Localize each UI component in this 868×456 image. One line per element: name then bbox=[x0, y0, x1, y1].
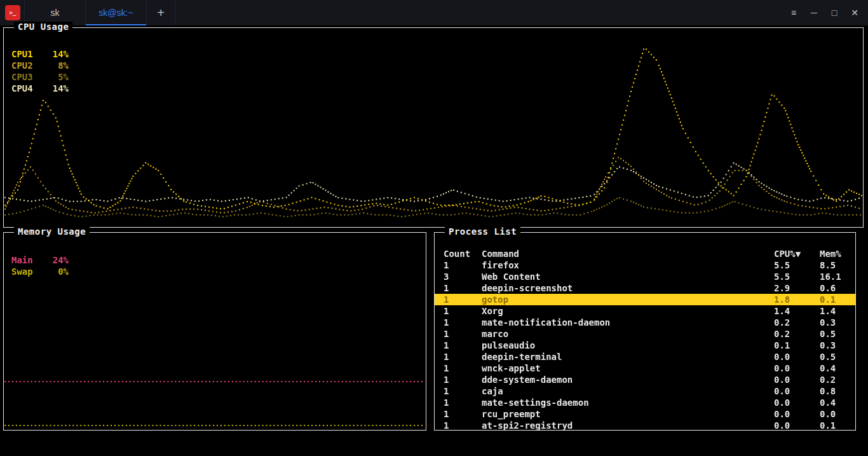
process-row-at-spi2-registryd[interactable]: 1at-spi2-registryd0.00.1 bbox=[435, 420, 855, 430]
minimize-icon[interactable]: ─ bbox=[806, 4, 822, 21]
header-cpu-sorted[interactable]: CPU%▼ bbox=[774, 248, 820, 259]
process-mem: 0.8 bbox=[820, 385, 855, 397]
process-mem: 0.5 bbox=[820, 328, 855, 340]
process-mem: 0.3 bbox=[820, 340, 855, 351]
process-row-deepin-screenshot[interactable]: 1deepin-screenshot2.90.6 bbox=[435, 282, 855, 294]
legend-value: 0% bbox=[44, 266, 69, 277]
process-mem: 0.0 bbox=[820, 408, 855, 420]
menu-icon[interactable]: ≡ bbox=[785, 4, 802, 21]
process-cpu: 5.5 bbox=[774, 271, 820, 282]
process-command: deepin-screenshot bbox=[482, 282, 774, 294]
legend-value: 5% bbox=[44, 71, 69, 83]
process-row-web-content[interactable]: 3Web Content5.516.1 bbox=[435, 271, 855, 282]
legend-value: 8% bbox=[44, 60, 69, 71]
memory-legend: Main24%Swap0% bbox=[11, 254, 69, 277]
process-command: Web Content bbox=[482, 271, 774, 282]
titlebar: >_ sk sk@sk:~ + ≡ ─ □ ✕ bbox=[0, 0, 868, 25]
legend-label: CPU4 bbox=[11, 83, 44, 94]
process-cpu: 0.0 bbox=[774, 385, 820, 397]
process-row-deepin-terminal[interactable]: 1deepin-terminal0.00.5 bbox=[435, 351, 855, 363]
cpu-legend: CPU114%CPU28%CPU35%CPU414% bbox=[11, 48, 69, 94]
process-count: 1 bbox=[444, 408, 482, 420]
legend-label: CPU2 bbox=[11, 60, 44, 71]
process-count: 1 bbox=[444, 282, 482, 294]
header-command[interactable]: Command bbox=[482, 248, 774, 259]
process-row-mate-settings-daemon[interactable]: 1mate-settings-daemon0.00.4 bbox=[435, 397, 855, 408]
process-cpu: 0.0 bbox=[774, 408, 820, 420]
close-icon[interactable]: ✕ bbox=[846, 4, 863, 21]
process-command: Xorg bbox=[482, 305, 774, 317]
process-cpu: 1.4 bbox=[774, 305, 820, 317]
process-count: 1 bbox=[444, 420, 482, 430]
new-tab-button[interactable]: + bbox=[146, 0, 175, 25]
process-row-marco[interactable]: 1marco0.20.5 bbox=[435, 328, 855, 340]
process-count: 1 bbox=[444, 351, 482, 363]
header-count[interactable]: Count bbox=[444, 248, 482, 259]
process-row-caja[interactable]: 1caja0.00.8 bbox=[435, 385, 855, 397]
process-command: mate-settings-daemon bbox=[482, 397, 774, 408]
process-row-xorg[interactable]: 1Xorg1.41.4 bbox=[435, 305, 855, 317]
process-mem: 0.1 bbox=[820, 420, 855, 430]
terminal-prompt-glyph: >_ bbox=[10, 10, 17, 16]
process-cpu: 2.9 bbox=[774, 282, 820, 294]
legend-item-cpu4: CPU414% bbox=[11, 83, 69, 94]
process-mem: 0.2 bbox=[820, 374, 855, 385]
process-count: 1 bbox=[444, 294, 482, 305]
tab-label: sk bbox=[51, 8, 60, 18]
process-count: 1 bbox=[444, 317, 482, 328]
process-row-wnck-applet[interactable]: 1wnck-applet0.00.4 bbox=[435, 363, 855, 374]
process-count: 1 bbox=[444, 374, 482, 385]
process-count: 1 bbox=[444, 363, 482, 374]
legend-value: 14% bbox=[44, 48, 69, 60]
legend-label: Swap bbox=[11, 266, 44, 277]
maximize-icon[interactable]: □ bbox=[826, 4, 843, 21]
tab-label: sk@sk:~ bbox=[98, 8, 133, 18]
process-command: marco bbox=[482, 328, 774, 340]
legend-label: CPU1 bbox=[11, 48, 44, 60]
process-cpu: 0.0 bbox=[774, 420, 820, 430]
process-mem: 8.5 bbox=[820, 259, 855, 271]
legend-item-cpu1: CPU114% bbox=[11, 48, 69, 60]
process-mem: 0.6 bbox=[820, 282, 855, 294]
legend-item-cpu2: CPU28% bbox=[11, 60, 69, 71]
process-row-firefox[interactable]: 1firefox5.58.5 bbox=[435, 259, 855, 271]
process-list-panel: Process List Count Command CPU%▼ Mem% 1f… bbox=[434, 232, 856, 431]
terminal-app-icon: >_ bbox=[5, 5, 20, 20]
process-cpu: 0.0 bbox=[774, 374, 820, 385]
process-command: caja bbox=[482, 385, 774, 397]
process-rows: 1firefox5.58.53Web Content5.516.11deepin… bbox=[435, 259, 855, 430]
tab-sk-at-sk-active[interactable]: sk@sk:~ bbox=[85, 0, 146, 25]
process-count: 1 bbox=[444, 340, 482, 351]
process-cpu: 0.0 bbox=[774, 397, 820, 408]
cpu-usage-panel: CPU Usage CPU114%CPU28%CPU35%CPU414% bbox=[3, 27, 864, 228]
process-count: 1 bbox=[444, 397, 482, 408]
process-cpu: 0.2 bbox=[774, 317, 820, 328]
process-cpu: 0.0 bbox=[774, 363, 820, 374]
process-row-pulseaudio[interactable]: 1pulseaudio0.10.3 bbox=[435, 340, 855, 351]
process-row-mate-notification-daemon[interactable]: 1mate-notification-daemon0.20.3 bbox=[435, 317, 855, 328]
process-mem: 0.5 bbox=[820, 351, 855, 363]
legend-label: Main bbox=[11, 254, 44, 266]
legend-item-cpu3: CPU35% bbox=[11, 71, 69, 83]
process-count: 1 bbox=[444, 385, 482, 397]
process-row-dde-system-daemon[interactable]: 1dde-system-daemon0.00.2 bbox=[435, 374, 855, 385]
process-command: rcu_preempt bbox=[482, 408, 774, 420]
process-row-rcu-preempt[interactable]: 1rcu_preempt0.00.0 bbox=[435, 408, 855, 420]
process-cpu: 0.0 bbox=[774, 351, 820, 363]
process-count: 1 bbox=[444, 259, 482, 271]
process-command: pulseaudio bbox=[482, 340, 774, 351]
process-row-gotop[interactable]: 1gotop1.80.1 bbox=[435, 294, 855, 305]
process-command: at-spi2-registryd bbox=[482, 420, 774, 430]
process-mem: 0.3 bbox=[820, 317, 855, 328]
process-count: 1 bbox=[444, 328, 482, 340]
process-cpu: 1.8 bbox=[774, 294, 820, 305]
process-command: deepin-terminal bbox=[482, 351, 774, 363]
process-command: wnck-applet bbox=[482, 363, 774, 374]
process-list: Count Command CPU%▼ Mem% 1firefox5.58.53… bbox=[435, 233, 855, 430]
memory-usage-panel: Memory Usage Main24%Swap0% bbox=[3, 232, 426, 431]
process-cpu: 0.2 bbox=[774, 328, 820, 340]
process-command: mate-notification-daemon bbox=[482, 317, 774, 328]
legend-item-main: Main24% bbox=[11, 254, 69, 266]
process-mem: 1.4 bbox=[820, 305, 855, 317]
header-mem[interactable]: Mem% bbox=[820, 248, 855, 259]
